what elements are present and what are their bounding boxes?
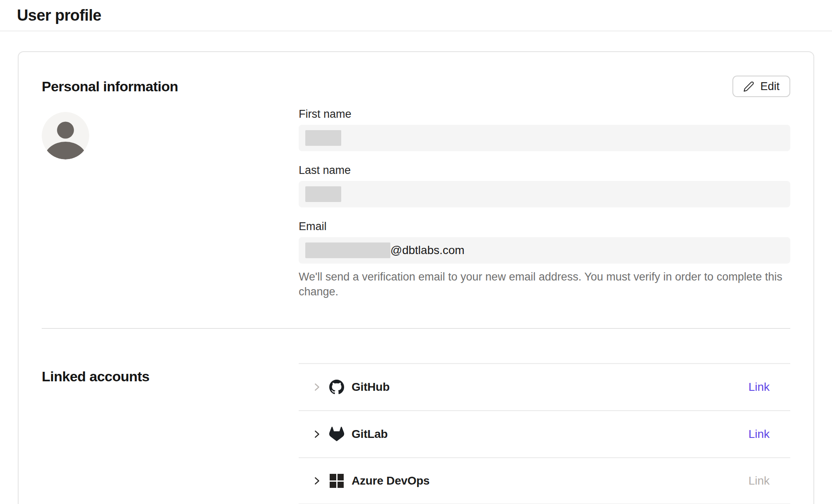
chevron-right-icon xyxy=(312,476,322,486)
link-gitlab-button[interactable]: Link xyxy=(749,428,770,441)
redacted-value xyxy=(305,130,341,146)
link-azure-devops-button: Link xyxy=(749,474,770,487)
email-helper-text: We'll send a verification email to your … xyxy=(299,269,790,299)
first-name-label: First name xyxy=(299,107,790,121)
personal-info-header: Personal information Edit xyxy=(42,52,790,97)
edit-button-label: Edit xyxy=(760,80,780,93)
personal-info-content: First name Last name Email @dbtlabs.com … xyxy=(42,107,790,328)
account-row-github: GitHub Link xyxy=(299,363,790,410)
personal-info-form: First name Last name Email @dbtlabs.com … xyxy=(299,107,790,328)
last-name-group: Last name xyxy=(299,163,790,207)
account-row-azure-devops: Azure DevOps Link xyxy=(299,457,790,504)
page-title: User profile xyxy=(17,7,101,24)
first-name-group: First name xyxy=(299,107,790,151)
expand-gitlab-button[interactable] xyxy=(311,428,323,440)
azure-devops-icon xyxy=(329,473,344,488)
account-name: GitLab xyxy=(352,428,387,441)
linked-accounts-heading-column: Linked accounts xyxy=(42,329,299,504)
redacted-value xyxy=(305,186,341,202)
email-label: Email xyxy=(299,219,790,233)
page-header: User profile xyxy=(0,0,832,31)
account-row-gitlab: GitLab Link xyxy=(299,410,790,457)
first-name-field xyxy=(299,125,790,151)
expand-github-button[interactable] xyxy=(311,381,323,393)
link-github-button[interactable]: Link xyxy=(749,380,770,394)
github-icon xyxy=(329,380,344,395)
linked-accounts-heading: Linked accounts xyxy=(42,368,299,385)
edit-button[interactable]: Edit xyxy=(732,76,790,97)
chevron-right-icon xyxy=(312,382,322,392)
email-domain-text: @dbtlabs.com xyxy=(390,245,464,256)
account-name: GitHub xyxy=(352,380,390,394)
last-name-label: Last name xyxy=(299,163,790,177)
linked-accounts-list: GitHub Link GitLab Link xyxy=(299,363,790,504)
account-name: Azure DevOps xyxy=(352,474,430,487)
avatar xyxy=(42,112,89,159)
avatar-column xyxy=(42,107,299,328)
expand-azure-devops-button[interactable] xyxy=(311,475,323,487)
profile-card: Personal information Edit xyxy=(18,51,814,504)
pencil-icon xyxy=(743,81,754,92)
last-name-field xyxy=(299,181,790,207)
linked-accounts-section: Linked accounts GitHub Link xyxy=(42,329,790,504)
email-field: @dbtlabs.com xyxy=(299,237,790,264)
gitlab-icon xyxy=(329,427,344,442)
chevron-right-icon xyxy=(312,429,322,439)
redacted-value xyxy=(305,242,390,258)
personal-info-heading: Personal information xyxy=(42,78,178,95)
email-group: Email @dbtlabs.com We'll send a verifica… xyxy=(299,219,790,299)
